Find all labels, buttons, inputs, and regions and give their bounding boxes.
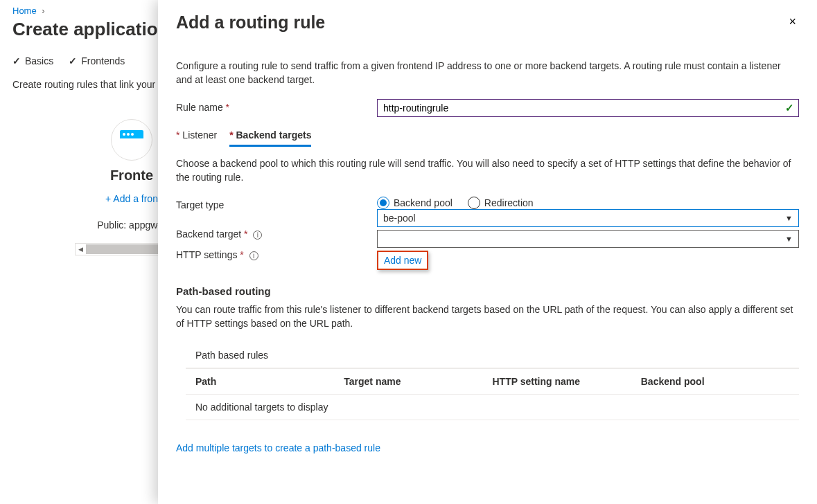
tab-listener-label: Listener [182,129,217,141]
col-http: HTTP setting name [493,376,641,387]
http-settings-add-new[interactable]: Add new [377,251,428,270]
radio-backend-pool[interactable]: Backend pool [377,197,453,209]
radio-backend-pool-label: Backend pool [394,197,453,208]
col-path: Path [195,376,344,387]
required-icon: * [176,129,182,141]
tab-backend-label: Backend targets [236,129,312,141]
chevron-down-icon: ▼ [785,214,793,222]
frontends-icon-wrap [111,119,152,161]
frontends-circle [111,119,152,161]
step-label: Frontends [81,55,125,66]
path-rules-table: Path Target name HTTP setting name Backe… [186,368,799,420]
radio-icon [468,197,480,209]
tab-listener[interactable]: * Listener [176,129,217,147]
path-rules-title: Path based rules [195,350,799,361]
panel-description: Configure a routing rule to send traffic… [176,59,799,87]
breadcrumb-home[interactable]: Home [12,6,37,16]
col-target: Target name [344,376,492,387]
table-header: Path Target name HTTP setting name Backe… [186,368,799,395]
rule-name-input[interactable] [377,99,799,117]
chevron-right-icon: › [42,6,44,16]
http-settings-label: HTTP settings * i [176,246,377,270]
add-frontend-link[interactable]: + Add a fron [105,193,158,204]
backend-target-label-text: Backend target [176,228,241,240]
empty-row-text: No additional targets to display [195,402,789,413]
rule-name-label: Rule name * [176,99,377,117]
check-icon: ✓ [69,55,77,66]
close-button[interactable]: × [786,12,799,30]
col-pool: Backend pool [641,376,789,387]
step-frontends[interactable]: ✓ Frontends [69,55,125,66]
http-settings-select[interactable]: ▼ [377,230,799,248]
backend-target-select[interactable]: be-pool ▼ [377,209,799,227]
http-settings-label-text: HTTP settings [176,249,237,260]
target-type-label: Target type [176,197,377,210]
step-basics[interactable]: ✓ Basics [12,55,53,66]
valid-check-icon: ✓ [785,102,794,114]
chevron-down-icon: ▼ [785,235,793,243]
scroll-left-icon[interactable]: ◀ [76,246,85,253]
browser-window-icon [120,130,143,150]
required-icon: * [229,129,236,141]
table-empty-row: No additional targets to display [186,395,799,420]
required-icon: * [226,102,229,113]
check-icon: ✓ [12,55,21,66]
backend-target-label: Backend target * i [176,226,377,241]
backend-description: Choose a backend pool to which this rout… [176,156,799,184]
rule-name-label-text: Rule name [176,102,223,113]
routing-rule-panel: Add a routing rule × Configure a routing… [158,0,817,504]
required-icon: * [240,249,243,260]
required-icon: * [244,228,247,240]
tab-backend-targets[interactable]: * Backend targets [229,129,311,147]
path-routing-heading: Path-based routing [176,285,799,297]
step-label: Basics [25,55,53,66]
backend-target-value: be-pool [383,213,416,224]
info-icon[interactable]: i [253,231,262,240]
info-icon[interactable]: i [249,251,258,260]
tabs: * Listener * Backend targets [176,129,799,147]
add-multiple-targets-link[interactable]: Add multiple targets to create a path-ba… [176,442,380,453]
path-routing-description: You can route traffic from this rule's l… [176,303,799,330]
radio-redirection[interactable]: Redirection [468,197,534,209]
radio-redirection-label: Redirection [484,197,534,208]
panel-title: Add a routing rule [176,12,325,33]
radio-icon [377,197,389,209]
